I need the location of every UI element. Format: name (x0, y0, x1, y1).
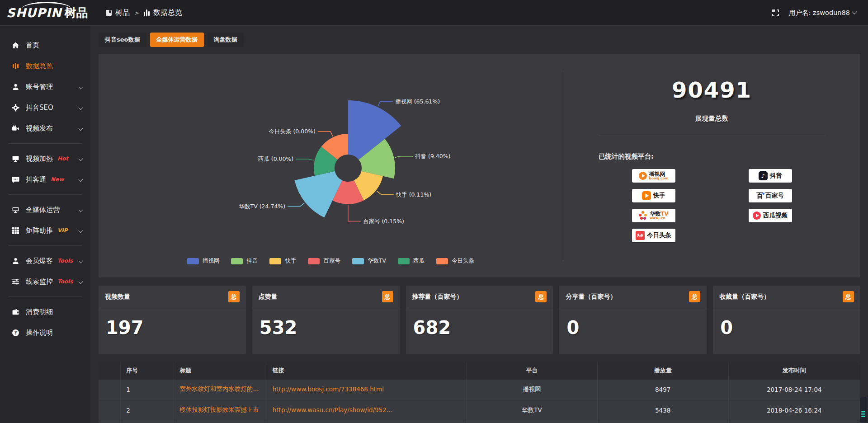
column-header-publish-time: 发布时间 (728, 362, 860, 379)
xigua-logo-icon (753, 212, 761, 220)
douyin-logo-icon: ♪ (759, 171, 768, 180)
sidebar-item-label: 会员爆客 (26, 257, 53, 265)
total-badge[interactable]: 总 (228, 291, 240, 302)
tab-douyin-seo-data[interactable]: 抖音seo数据 (99, 33, 146, 47)
user-menu[interactable]: 用户名: zswodun88 (789, 9, 856, 17)
video-title-link[interactable]: 室外水纹灯和室内水纹灯的区别和简介 (179, 385, 261, 393)
total-badge[interactable]: 总 (689, 291, 700, 302)
sidebar-item-clue-monitor[interactable]: 线索监控 Tools (0, 271, 90, 292)
total-badge[interactable]: 总 (843, 291, 854, 302)
pie-label-line (296, 159, 314, 160)
total-badge[interactable]: 总 (535, 291, 547, 302)
tools-badge: Tools (57, 278, 73, 285)
chevron-down-icon (79, 85, 83, 89)
stat-value: 197 (99, 308, 246, 338)
top-header: SHUPIN 树品 树品 > 数据总览 用户名: zswodun88 (0, 0, 868, 26)
sidebar-item-matrix-boost[interactable]: 矩阵助推 VIP (0, 220, 90, 241)
tab-inquiry-data[interactable]: 询盘数据 (208, 33, 244, 47)
breadcrumb-current[interactable]: 数据总览 (153, 8, 182, 18)
app-logo[interactable]: SHUPIN 树品 (0, 0, 90, 26)
pie-label: 今日头条 (0.00%) (269, 128, 316, 135)
platform-badge-wasu[interactable]: 华数TV wasu.cn (632, 209, 675, 222)
platform-badge-kuaishou[interactable]: 快手 (632, 189, 675, 202)
total-badge[interactable]: 总 (382, 291, 393, 302)
rose-chart-area: 播视网 (65.61%)抖音 (9.40%)快手 (0.11%)百家号 (0.1… (99, 54, 563, 277)
legend-item[interactable]: 今日头条 (436, 257, 474, 265)
pie-label-line (377, 191, 393, 194)
sliders-icon (12, 278, 19, 286)
platform-badge-toutiao[interactable]: 头条 今日头条 (632, 229, 675, 242)
platform-badge-xigua[interactable]: 西瓜视频 (749, 209, 792, 222)
stat-value: 0 (713, 308, 860, 338)
chevron-down-icon (852, 9, 857, 14)
legend-swatch (187, 258, 199, 264)
breadcrumb-root[interactable]: 树品 (115, 8, 130, 18)
legend-item[interactable]: 百家号 (308, 257, 340, 265)
legend-swatch (269, 258, 281, 264)
sidebar-item-member-marketing[interactable]: 会员爆客 Tools (0, 250, 90, 271)
video-camera-icon (12, 125, 19, 132)
legend-item[interactable]: 西瓜 (398, 257, 425, 265)
pie-label: 抖音 (9.40%) (415, 153, 450, 160)
app-grid-icon (106, 10, 112, 16)
chat-bubble-icon (12, 176, 19, 183)
sidebar: 首页 数据总览 账号管理 抖音SEO 视频发布 视频加热 Hot (0, 26, 90, 423)
platform-badge-baijiahao[interactable]: 百 百家号 (749, 189, 792, 202)
sidebar-divider (8, 194, 82, 195)
cell-no: 2 (121, 400, 174, 421)
sidebar-item-video-publish[interactable]: 视频发布 (0, 118, 90, 139)
legend-label: 西瓜 (413, 257, 425, 265)
question-circle-icon: ? (12, 329, 19, 337)
column-header-no: 序号 (121, 362, 174, 379)
stat-card-favorites: 收藏量（百家号）总 0 (713, 286, 860, 354)
wasu-logo-icon (638, 211, 647, 220)
sidebar-item-home[interactable]: 首页 (0, 35, 90, 56)
total-impressions-value: 90491 (563, 77, 860, 103)
video-url-link[interactable]: http://www.boosj.com/7338468.html (273, 385, 384, 393)
legend-item[interactable]: 抖音 (231, 257, 258, 265)
sidebar-item-data-overview[interactable]: 数据总览 (0, 56, 90, 76)
legend-label: 华数TV (368, 257, 386, 265)
video-url-link[interactable]: http://www.wasu.cn/Play/show/id/952... (273, 406, 392, 414)
sidebar-item-video-heating[interactable]: 视频加热 Hot (0, 148, 90, 169)
platform-badge-douyin[interactable]: ♪ 抖音 (749, 169, 792, 183)
pie-slice-4[interactable] (295, 171, 342, 218)
legend-label: 今日头条 (452, 257, 474, 265)
sidebar-item-doukertong[interactable]: 抖客通 New (0, 169, 90, 190)
legend-item[interactable]: 播视网 (187, 257, 220, 265)
pie-label: 百家号 (0.15%) (363, 218, 404, 225)
sidebar-item-account-management[interactable]: 账号管理 (0, 76, 90, 97)
main-content: 抖音seo数据 全媒体运营数据 询盘数据 播视网 (65.61%)抖音 (9.4… (90, 26, 868, 423)
platforms-title: 已统计的视频平台: (599, 152, 860, 161)
tab-omnimedia-operation-data[interactable]: 全媒体运营数据 (150, 33, 204, 47)
column-header-platform: 平台 (467, 362, 598, 379)
platform-column-right: ♪ 抖音 百 百家号 西瓜视频 (749, 169, 792, 242)
pie-label: 播视网 (65.61%) (395, 98, 440, 105)
sidebar-item-label: 视频加热 (26, 155, 53, 163)
overview-panel: 播视网 (65.61%)抖音 (9.40%)快手 (0.11%)百家号 (0.1… (99, 54, 860, 277)
platform-badge-boosj[interactable]: 播视网 boosj.com (632, 169, 675, 183)
hot-badge: Hot (57, 155, 68, 162)
cell-publish-time: 2017-08-24 17:04 (728, 379, 860, 400)
breadcrumb: 树品 > 数据总览 (106, 8, 182, 18)
svg-text:?: ? (14, 330, 17, 335)
sidebar-item-operation-guide[interactable]: ? 操作说明 (0, 322, 90, 343)
table-row: 1 室外水纹灯和室内水纹灯的区别和简介 http://www.boosj.com… (99, 379, 860, 400)
fullscreen-icon[interactable] (772, 9, 779, 16)
gear-icon (12, 104, 19, 112)
legend-label: 快手 (285, 257, 296, 265)
sidebar-item-consumption-detail[interactable]: 消费明细 (0, 301, 90, 322)
video-title-link[interactable]: 楼体投影灯投影效果震撼上市 (179, 406, 259, 414)
legend-item[interactable]: 快手 (269, 257, 296, 265)
sidebar-item-omnimedia-operation[interactable]: 全媒体运营 (0, 199, 90, 220)
sidebar-item-label: 全媒体运营 (26, 206, 60, 214)
stat-title: 视频数量 (105, 293, 130, 301)
legend-item[interactable]: 华数TV (352, 257, 386, 265)
chart-legend: 播视网 抖音 快手 百家号 华数TV 西瓜 今日头条 (99, 257, 563, 265)
legend-swatch (352, 258, 364, 264)
chevron-down-icon (79, 228, 83, 233)
sidebar-item-douyin-seo[interactable]: 抖音SEO (0, 97, 90, 118)
floating-widget[interactable] (859, 397, 867, 423)
table-row-partial (99, 421, 860, 423)
chevron-down-icon (79, 126, 83, 131)
